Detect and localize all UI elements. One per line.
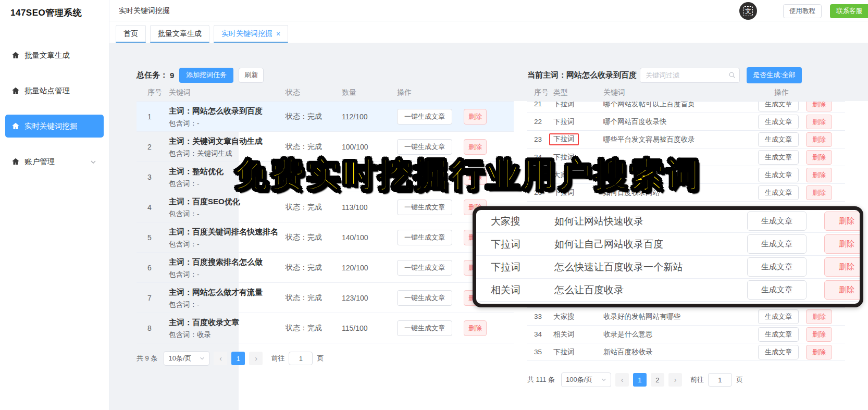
col-count: 数量 [342, 88, 397, 97]
page-size-select[interactable]: 100条/页 [561, 372, 611, 387]
generate-articles-button[interactable]: 一键生成文章 [397, 230, 452, 245]
next-page-button[interactable]: › [668, 373, 682, 387]
generate-all-button[interactable]: 是否生成:全部 [747, 67, 802, 83]
delete-button[interactable]: 删除 [464, 109, 487, 125]
delete-button[interactable]: 删除 [824, 257, 863, 277]
task-include-word: 包含词：- [169, 119, 280, 128]
page-number-button[interactable]: 1 [633, 373, 647, 387]
page-size-select[interactable]: 10条/页 [164, 351, 209, 366]
generate-articles-button[interactable]: 一键生成文章 [397, 139, 452, 155]
delete-button[interactable]: 删除 [824, 280, 863, 300]
task-status: 状态：完成 [286, 112, 342, 121]
keyword-type: 相关词 [553, 330, 575, 338]
total-count-text: 共 111 条 [527, 375, 555, 384]
keyword-text: 怎么让百度收录 [554, 283, 747, 297]
task-row[interactable]: 1 主词：网站怎么收录到百度 包含词：- 状态：完成 112/100 一键生成文… [137, 102, 514, 132]
tasks-table-header: 序号 关键词 状态 数量 操作 [137, 84, 514, 102]
task-row[interactable]: 6 主词：百度搜索排名怎么做 包含词：- 状态：完成 120/100 一键生成文… [137, 253, 514, 283]
generate-article-button[interactable]: 生成文章 [758, 150, 799, 165]
task-row[interactable]: 4 主词：百度SEO优化 包含词：- 状态：完成 113/100 一键生成文章 … [137, 192, 514, 222]
close-icon[interactable]: × [276, 30, 280, 38]
prev-page-button[interactable]: ‹ [214, 352, 227, 365]
sidebar-item[interactable]: 实时关键词挖掘 [5, 115, 104, 138]
delete-button[interactable]: 删除 [464, 139, 487, 155]
task-count: 100/100 [342, 143, 397, 151]
goto-page-input[interactable] [708, 373, 732, 387]
generate-article-button[interactable]: 生成文章 [747, 234, 807, 254]
keyword-row: 21 下拉词 哪个网站发帖可以上百度首页 生成文章 删除 [527, 102, 845, 113]
row-index: 5 [137, 233, 169, 242]
row-index: 24 [527, 153, 553, 161]
delete-button[interactable]: 删除 [464, 320, 487, 336]
keyword-type: 下拉词 [553, 189, 575, 196]
sidebar-item[interactable]: 账户管理 [5, 150, 104, 173]
generate-article-button[interactable]: 生成文章 [758, 327, 799, 342]
task-row[interactable]: 2 主词：关键词文章自动生成 包含词：关键词生成 状态：完成 100/100 一… [137, 132, 514, 162]
task-row[interactable]: 3 主词：整站优化 包含词：- 一键生成文章 删除 [137, 162, 514, 192]
goto-page-input[interactable] [289, 352, 313, 365]
generate-article-button[interactable]: 生成文章 [747, 257, 807, 277]
generate-article-button[interactable]: 生成文章 [758, 132, 799, 147]
generate-article-button[interactable]: 生成文章 [758, 185, 799, 200]
generate-articles-button[interactable]: 一键生成文章 [397, 320, 452, 336]
generate-article-button[interactable]: 生成文章 [758, 309, 799, 324]
generate-article-button[interactable]: 生成文章 [758, 115, 799, 129]
delete-button[interactable]: 删除 [824, 212, 863, 231]
generate-articles-button[interactable]: 一键生成文章 [397, 260, 452, 276]
generate-articles-button[interactable]: 一键生成文章 [397, 109, 452, 125]
col-action: 操作 [774, 88, 845, 97]
delete-button[interactable]: 删除 [806, 115, 832, 129]
tab[interactable]: 批量文章生成 [150, 25, 209, 43]
app-root: 147SEO管理系统 批量文章生成 批量站点管理 实时关键词挖掘 账户管理 [0, 0, 868, 410]
row-index: 4 [137, 203, 169, 212]
tab[interactable]: 实时关键词挖掘 × [214, 25, 288, 43]
tab[interactable]: 首页 [116, 25, 146, 43]
row-index: 2 [137, 143, 169, 151]
delete-button[interactable]: 删除 [806, 102, 832, 111]
task-main-word: 主词：百度收录文章 [169, 316, 280, 328]
generate-articles-button[interactable]: 一键生成文章 [397, 169, 452, 185]
next-page-button[interactable]: › [249, 352, 263, 365]
delete-button[interactable]: 删除 [464, 169, 487, 185]
goto-label: 前往 [690, 375, 704, 384]
task-row[interactable]: 8 主词：百度收录文章 包含词：收录 状态：完成 115/100 一键生成文章 … [137, 313, 514, 343]
generate-article-button[interactable]: 生成文章 [758, 168, 799, 182]
add-task-button[interactable]: 添加挖词任务 [179, 68, 233, 83]
col-action: 操作 [397, 88, 514, 97]
delete-button[interactable]: 删除 [806, 185, 832, 200]
generate-article-button[interactable]: 生成文章 [747, 280, 807, 300]
delete-button[interactable]: 删除 [806, 327, 832, 342]
delete-button[interactable]: 删除 [806, 168, 832, 182]
delete-button[interactable]: 删除 [806, 309, 832, 324]
zoom-callout-box: 大家搜 如何让网站快速收录 生成文章 删除 下拉词 如何让自己网站收录百度 生成… [473, 206, 863, 307]
task-include-word: 包含词：- [169, 209, 280, 219]
task-main-word: 主词：百度SEO优化 [169, 195, 280, 207]
sidebar-item[interactable]: 批量文章生成 [5, 44, 104, 67]
prev-page-button[interactable]: ‹ [615, 373, 629, 387]
translate-overlay-icon[interactable]: 文 [739, 2, 757, 20]
task-status: 状态：完成 [286, 203, 342, 212]
chevron-down-icon [90, 158, 96, 165]
keyword-filter-input[interactable] [640, 68, 740, 83]
page-number-button[interactable]: 2 [651, 373, 664, 387]
generate-articles-button[interactable]: 一键生成文章 [397, 290, 452, 306]
delete-button[interactable]: 删除 [806, 132, 832, 147]
sidebar-item[interactable]: 批量站点管理 [5, 79, 104, 102]
page-number-button[interactable]: 1 [231, 352, 245, 365]
keywords-pagination: 共 111 条 100条/页 ‹ 12 › 前往 页 [527, 372, 845, 387]
refresh-button[interactable]: 刷新 [239, 68, 264, 83]
generate-article-button[interactable]: 生成文章 [758, 102, 799, 111]
generate-article-button[interactable]: 生成文章 [747, 212, 807, 231]
task-row[interactable]: 5 主词：百度关键词排名快速排名 包含词：- 状态：完成 140/100 一键生… [137, 222, 514, 253]
tutorial-button[interactable]: 使用教程 [783, 4, 822, 18]
row-index: 1 [137, 113, 169, 121]
tab-bar: 首页 批量文章生成 实时关键词挖掘 × [109, 21, 868, 43]
delete-button[interactable]: 删除 [806, 345, 832, 359]
contact-button[interactable]: 联系客服 [830, 4, 868, 18]
generate-article-button[interactable]: 生成文章 [758, 345, 799, 359]
task-row[interactable]: 7 主词：网站怎么做才有流量 包含词：- 状态：完成 123/100 一键生成文… [137, 283, 514, 313]
delete-button[interactable]: 删除 [824, 234, 863, 254]
generate-articles-button[interactable]: 一键生成文章 [397, 200, 452, 215]
delete-button[interactable]: 删除 [806, 150, 832, 165]
keyword-text: 怎么快速让百度收录一个新站 [554, 260, 747, 274]
